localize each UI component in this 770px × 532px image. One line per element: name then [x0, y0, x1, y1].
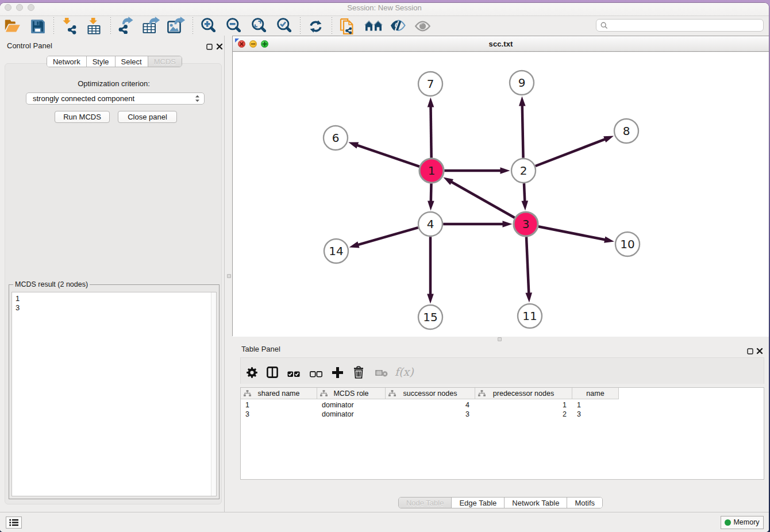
table-cell[interactable]: dominator	[322, 410, 386, 419]
table-cell[interactable]: 1	[577, 400, 619, 410]
memory-status-icon	[725, 519, 731, 526]
edge-3-1[interactable]	[451, 182, 514, 218]
export-table-button[interactable]	[143, 16, 160, 36]
run-mcds-button[interactable]: Run MCDS	[55, 111, 110, 123]
tab-select[interactable]: Select	[116, 56, 148, 67]
edge-1-4[interactable]	[431, 183, 432, 202]
table-panel-title: Table Panel	[241, 345, 280, 353]
hide-selected-button[interactable]	[390, 19, 406, 34]
export-image-button[interactable]	[167, 16, 186, 36]
column-type-icon	[244, 390, 251, 396]
zoom-in-button[interactable]	[201, 18, 215, 34]
table-cell[interactable]: 3	[386, 410, 469, 419]
edge-3-10[interactable]	[538, 226, 606, 240]
tab-node-table[interactable]: Node Table	[399, 498, 452, 508]
column-header-predecessor-nodes[interactable]: predecessor nodes	[475, 388, 572, 399]
function-builder-button[interactable]: f(x)	[395, 365, 415, 381]
edge-arrowhead	[519, 96, 526, 106]
split-panel-button[interactable]	[267, 367, 278, 380]
tab-network[interactable]: Network	[47, 56, 87, 67]
task-history-button[interactable]	[6, 516, 22, 529]
result-scrollbar[interactable]	[211, 292, 216, 496]
node-label-2: 2	[520, 164, 528, 178]
tab-mcds[interactable]: MCDS	[148, 56, 182, 67]
table-cell[interactable]: 2	[475, 410, 567, 419]
clone-network-icon	[340, 18, 356, 34]
table-cell[interactable]: 1	[475, 400, 567, 410]
tab-edge-table[interactable]: Edge Table	[452, 498, 505, 508]
show-all-button[interactable]	[415, 21, 430, 34]
select-all-button[interactable]	[287, 369, 300, 380]
import-network-button[interactable]	[61, 18, 76, 37]
float-control-panel-icon[interactable]	[206, 42, 213, 52]
table-panel: Table Panel f(x) shared nameMCDS rolesuc…	[232, 342, 769, 512]
edge-arrowhead	[443, 178, 453, 185]
mcds-result-text[interactable]: 1 3	[11, 292, 217, 496]
network-canvas[interactable]: 7968124314101511	[233, 52, 769, 337]
node-label-11: 11	[522, 309, 537, 323]
delete-table-button[interactable]	[375, 369, 388, 379]
select-all-icon	[287, 371, 300, 377]
close-table-panel-icon[interactable]	[756, 346, 763, 357]
zoom-fit-button[interactable]	[252, 18, 266, 34]
edge-2-9[interactable]	[522, 105, 523, 157]
tab-style[interactable]: Style	[87, 56, 116, 67]
edge-1-6[interactable]	[356, 145, 419, 166]
criterion-dropdown[interactable]: strongly connected component	[26, 92, 205, 105]
edge-4-14[interactable]	[357, 228, 418, 245]
search-input[interactable]	[596, 19, 764, 32]
node-label-1: 1	[428, 164, 436, 178]
network-graph: 7968124314101511	[233, 52, 769, 337]
edge-3-11[interactable]	[526, 237, 529, 294]
save-session-button[interactable]	[29, 18, 47, 37]
tab-network-table[interactable]: Network Table	[505, 498, 567, 508]
node-label-10: 10	[620, 237, 634, 251]
zoom-selected-button[interactable]	[277, 18, 291, 34]
node-label-6: 6	[332, 131, 340, 145]
table-cell[interactable]: dominator	[322, 400, 386, 410]
horizontal-splitter-grip[interactable]	[498, 337, 502, 341]
mcds-result-lines: 1 3	[16, 294, 216, 313]
column-label: successor nodes	[403, 390, 457, 398]
tab-motifs[interactable]: Motifs	[567, 498, 602, 508]
table-cell[interactable]: 1	[245, 400, 317, 410]
table-cell[interactable]: 3	[577, 410, 619, 419]
vertical-splitter-grip[interactable]	[227, 274, 231, 278]
node-label-4: 4	[427, 217, 434, 231]
memory-button[interactable]: Memory	[721, 516, 764, 529]
refresh-button[interactable]	[310, 20, 322, 35]
import-table-icon	[86, 18, 101, 34]
import-table-button[interactable]	[86, 18, 101, 37]
export-network-icon	[118, 16, 134, 34]
edge-2-8[interactable]	[536, 139, 606, 166]
table-cell[interactable]: 3	[245, 410, 317, 419]
zoom-out-button[interactable]	[226, 18, 241, 34]
export-network-button[interactable]	[118, 16, 134, 36]
clone-network-button[interactable]	[340, 18, 356, 37]
open-session-button[interactable]	[5, 19, 20, 35]
edge-arrowhead	[521, 201, 528, 210]
edge-arrowhead	[503, 221, 513, 228]
close-panel-button[interactable]: Close panel	[118, 111, 177, 123]
column-header-MCDS-role[interactable]: MCDS role	[317, 388, 386, 399]
search-icon	[600, 22, 608, 29]
deselect-all-button[interactable]	[310, 369, 322, 380]
column-type-icon	[388, 390, 396, 396]
column-header-name[interactable]: name	[572, 388, 619, 399]
table-settings-button[interactable]	[247, 367, 257, 380]
first-neighbors-button[interactable]	[364, 20, 383, 33]
float-table-panel-icon[interactable]	[747, 346, 753, 357]
zoom-out-icon	[226, 18, 241, 32]
add-column-button[interactable]	[332, 367, 344, 381]
node-label-7: 7	[427, 77, 434, 91]
import-network-icon	[61, 18, 76, 34]
column-header-successor-nodes[interactable]: successor nodes	[386, 388, 475, 399]
delete-column-button[interactable]	[353, 366, 364, 381]
dock-area: Control Panel Optimization criterion: st…	[0, 36, 769, 512]
edge-2-3[interactable]	[524, 183, 525, 202]
close-control-panel-icon[interactable]	[216, 42, 223, 52]
table-cell[interactable]: 4	[386, 400, 469, 410]
edge-1-7[interactable]	[431, 106, 432, 157]
edge-arrowhead	[349, 241, 360, 248]
column-header-shared-name[interactable]: shared name	[241, 388, 317, 399]
